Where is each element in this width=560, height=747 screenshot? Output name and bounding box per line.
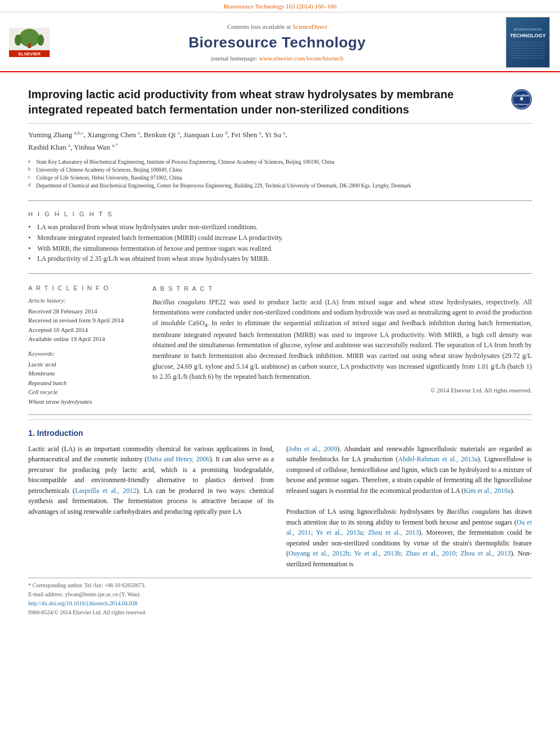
cover-decoration xyxy=(511,41,545,58)
bullet-1: • xyxy=(28,222,35,232)
article-info-label: A R T I C L E I N F O xyxy=(28,284,141,292)
author-jianquan: Jianquan Luo d xyxy=(183,130,228,139)
date-accepted: Accepted 10 April 2014 xyxy=(28,326,141,334)
affil-b: b University of Chinese Academy of Scien… xyxy=(28,166,532,174)
article-info-column: A R T I C L E I N F O Article history: R… xyxy=(28,284,141,407)
journal-title-area: Contents lists available at ScienceDirec… xyxy=(58,17,497,68)
divider-highlights xyxy=(28,200,532,201)
journal-homepage: journal homepage: www.elsevier.com/locat… xyxy=(211,54,344,63)
page-footer: * Corresponding author. Tel./fax: +86 10… xyxy=(28,578,532,617)
keyword-5: Wheat straw hydrolysates xyxy=(28,397,141,406)
ref-ouyang[interactable]: Ouyang et al., 2012b; Ye et al., 2013b; … xyxy=(288,549,511,557)
svg-rect-2 xyxy=(28,43,31,48)
article-history-label: Article history: xyxy=(28,296,141,305)
author-rashid: Rashid Khan a xyxy=(28,143,71,151)
sciencedirect-link[interactable]: ScienceDirect xyxy=(292,23,327,30)
svg-point-3 xyxy=(15,34,21,46)
svg-rect-10 xyxy=(521,97,523,101)
authors-line: Yuming Zhang a,b,c, Xiangrong Chen a, Be… xyxy=(28,128,532,153)
journal-cover: BIORESOURCE TECHNOLOGY xyxy=(506,17,550,68)
contents-available: Contents lists available at ScienceDirec… xyxy=(227,23,327,31)
highlight-item-3: • With MIRB, the simultaneous fermentati… xyxy=(28,243,532,254)
abstract-text: Bacillus coagulans IPE22 was used to pro… xyxy=(152,297,532,382)
affiliations-section: a State Key Laboratory of Biochemical En… xyxy=(28,156,532,196)
footer-copyright: 0960-8524/© 2014 Elsevier Ltd. All right… xyxy=(28,609,532,617)
authors-section: Yuming Zhang a,b,c, Xiangrong Chen a, Be… xyxy=(28,124,532,155)
page: Bioresource Technology 163 (2014) 160–16… xyxy=(0,0,560,747)
elsevier-logo-area: ELSEVIER xyxy=(7,17,52,68)
doi-link[interactable]: http://dx.doi.org/10.1016/j.biortech.201… xyxy=(28,600,532,608)
highlight-item-2: • Membrane integrated repeated batch fer… xyxy=(28,233,532,243)
highlights-section: H I G H L I G H T S • LA was produced fr… xyxy=(28,206,532,269)
journal-top-bar: Bioresource Technology 163 (2014) 160–16… xyxy=(0,0,560,12)
intro-col-left: Lactic acid (LA) is an important commodi… xyxy=(28,444,274,570)
ref-kim[interactable]: Kim et al., 2010a xyxy=(464,487,511,495)
article-info-abstract: A R T I C L E I N F O Article history: R… xyxy=(28,278,532,407)
author-yuming: Yuming Zhang a,b,c xyxy=(28,130,84,139)
intro-col-right: (John et al., 2009). Abundant and renewa… xyxy=(286,444,532,570)
cover-title-mid: TECHNOLOGY xyxy=(510,33,546,39)
author-email: ylwan@home.ipe.ac.cn (Y. Wan). xyxy=(65,591,141,597)
keyword-3: Repeated batch xyxy=(28,379,141,387)
ref-datta[interactable]: Datta and Henry, 2006 xyxy=(147,455,209,463)
article-info: A R T I C L E I N F O Article history: R… xyxy=(28,284,141,406)
corresponding-author-note: * Corresponding author. Tel./fax: +86 10… xyxy=(28,582,532,589)
keyword-2: Membrane xyxy=(28,369,141,378)
keywords-label: Keywords: xyxy=(28,350,141,358)
author-yi: Yi Su a xyxy=(265,130,286,139)
ref-john[interactable]: John et al., 2009 xyxy=(288,445,337,453)
keyword-4: Cell recycle xyxy=(28,388,141,396)
svg-point-4 xyxy=(37,34,44,46)
divider-article-info xyxy=(28,273,532,274)
author-yinhua: Yinhua Wan a,* xyxy=(74,143,118,151)
svg-text:ELSEVIER: ELSEVIER xyxy=(18,51,41,56)
affil-d: d Department of Chemical and Biochemical… xyxy=(28,182,532,190)
elsevier-logo: ELSEVIER xyxy=(9,28,50,57)
bullet-3: • xyxy=(28,244,35,254)
journal-title: Bioresource Technology xyxy=(189,32,366,53)
bullet-2: • xyxy=(28,233,35,243)
article-title: Improving lactic acid productivity from … xyxy=(28,87,506,117)
affil-c: c College of Life Sciences, Hebei Univer… xyxy=(28,174,532,182)
ref-abdel-rahman[interactable]: Abdel-Rahman et al., 2013a xyxy=(398,455,478,463)
email-note: E-mail address: ylwan@home.ipe.ac.cn (Y.… xyxy=(28,591,532,599)
introduction-section: 1. Introduction Lactic acid (LA) is an i… xyxy=(28,420,532,570)
journal-header: ELSEVIER Contents lists available at Sci… xyxy=(0,12,560,72)
keyword-1: Lactic acid xyxy=(28,360,141,369)
cover-title-top: BIORESOURCE xyxy=(514,27,542,32)
affil-a: a State Key Laboratory of Biochemical En… xyxy=(28,158,532,166)
divider-intro xyxy=(28,414,532,415)
ref-ou[interactable]: Ou et al., 2011; Ye et al., 2013a; Zhou … xyxy=(286,518,532,537)
abstract-section: A B S T R A C T Bacillus coagulans IPE22… xyxy=(152,284,532,395)
author-benkun: Benkun Qi a xyxy=(143,130,180,139)
ref-lasprilla[interactable]: Lasprilla et al., 2012 xyxy=(75,487,137,495)
date-revised: Received in revised form 9 April 2014 xyxy=(28,316,141,325)
intro-two-col: Lactic acid (LA) is an important commodi… xyxy=(28,444,532,570)
date-online: Available online 19 April 2014 xyxy=(28,335,141,343)
journal-cover-area: BIORESOURCE TECHNOLOGY xyxy=(502,17,553,68)
article-title-section: Improving lactic acid productivity from … xyxy=(28,79,532,124)
highlights-label: H I G H L I G H T S xyxy=(28,210,532,219)
highlight-item-1: • LA was produced from wheat straw hydro… xyxy=(28,222,532,233)
svg-text:clicking here: clicking here xyxy=(515,103,529,106)
highlight-item-4: • LA productivity of 2.35 g/L/h was obta… xyxy=(28,254,532,264)
main-content: Improving lactic acid productivity from … xyxy=(0,72,560,623)
keywords-section: Keywords: Lactic acid Membrane Repeated … xyxy=(28,350,141,406)
journal-citation: Bioresource Technology 163 (2014) 160–16… xyxy=(224,3,336,10)
author-fei: Fei Shen a xyxy=(231,130,261,139)
author-xiangrong: Xiangrong Chen a xyxy=(87,130,140,139)
abstract-column: A B S T R A C T Bacillus coagulans IPE22… xyxy=(152,284,532,407)
intro-heading: 1. Introduction xyxy=(28,428,532,439)
bullet-4: • xyxy=(28,254,35,264)
copyright-line: © 2014 Elsevier Ltd. All rights reserved… xyxy=(152,386,532,395)
date-received: Received 28 February 2014 xyxy=(28,307,141,316)
svg-text:CrossMark: CrossMark xyxy=(514,94,529,97)
homepage-url: www.elsevier.com/locate/biortech xyxy=(259,55,344,62)
abstract-label: A B S T R A C T xyxy=(152,284,532,294)
crossmark-badge[interactable]: CrossMark clicking here xyxy=(511,89,532,110)
